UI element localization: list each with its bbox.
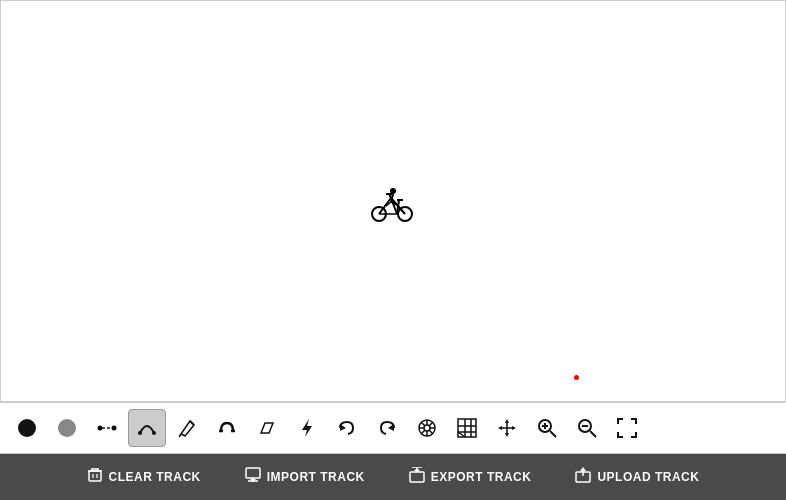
svg-line-52 [550,431,556,437]
tool-wheel[interactable] [408,409,446,447]
svg-marker-26 [302,419,312,437]
tool-zoom-out[interactable] [568,409,606,447]
tool-magnet[interactable] [208,409,246,447]
tool-empty-circle[interactable] [48,409,86,447]
svg-point-10 [390,188,396,194]
canvas-area[interactable] [0,0,786,402]
tool-zoom-in[interactable] [528,409,566,447]
bicycle-icon [371,186,413,228]
svg-marker-45 [505,419,509,423]
svg-point-20 [152,431,156,435]
svg-marker-75 [580,467,586,471]
upload-track-button[interactable]: UPLOAD TRACK [553,459,721,495]
red-dot-marker [574,375,579,380]
import-track-button[interactable]: IMPORT TRACK [223,459,387,495]
svg-point-16 [98,426,103,431]
clear-track-label: CLEAR TRACK [109,470,201,484]
action-bar: CLEAR TRACK IMPORT TRACK EXPORT TRACK [0,454,786,500]
export-track-label: EXPORT TRACK [431,470,532,484]
svg-point-18 [112,426,117,431]
upload-icon [575,467,591,487]
clear-track-button[interactable]: CLEAR TRACK [65,459,223,495]
svg-line-35 [421,422,425,426]
svg-line-21 [179,434,181,437]
svg-point-15 [58,419,76,437]
svg-marker-47 [498,426,502,430]
svg-rect-58 [89,471,101,481]
tool-lightning[interactable] [288,409,326,447]
svg-point-19 [138,431,142,435]
svg-marker-46 [505,433,509,437]
svg-marker-71 [414,468,420,471]
export-icon [409,467,425,487]
import-track-label: IMPORT TRACK [267,470,365,484]
svg-rect-69 [410,472,424,482]
svg-rect-65 [246,468,260,478]
svg-point-14 [18,419,36,437]
tool-move[interactable] [488,409,526,447]
svg-line-38 [421,430,425,434]
tool-line[interactable] [88,409,126,447]
tool-curve[interactable] [128,409,166,447]
svg-marker-28 [388,424,394,431]
svg-marker-48 [512,426,516,430]
upload-track-label: UPLOAD TRACK [597,470,699,484]
svg-line-56 [590,431,596,437]
svg-point-30 [424,425,430,431]
tool-grid[interactable] [448,409,486,447]
tool-pencil[interactable] [168,409,206,447]
svg-marker-25 [261,423,273,433]
toolbar [0,402,786,454]
svg-line-22 [190,421,194,425]
svg-line-36 [429,430,433,434]
export-track-button[interactable]: EXPORT TRACK [387,459,554,495]
tool-redo[interactable] [368,409,406,447]
tool-undo[interactable] [328,409,366,447]
tool-filled-circle[interactable] [8,409,46,447]
svg-line-37 [429,422,433,426]
import-icon [245,467,261,487]
svg-marker-27 [340,424,346,431]
tool-eraser[interactable] [248,409,286,447]
tool-fullscreen[interactable] [608,409,646,447]
trash-icon [87,467,103,487]
